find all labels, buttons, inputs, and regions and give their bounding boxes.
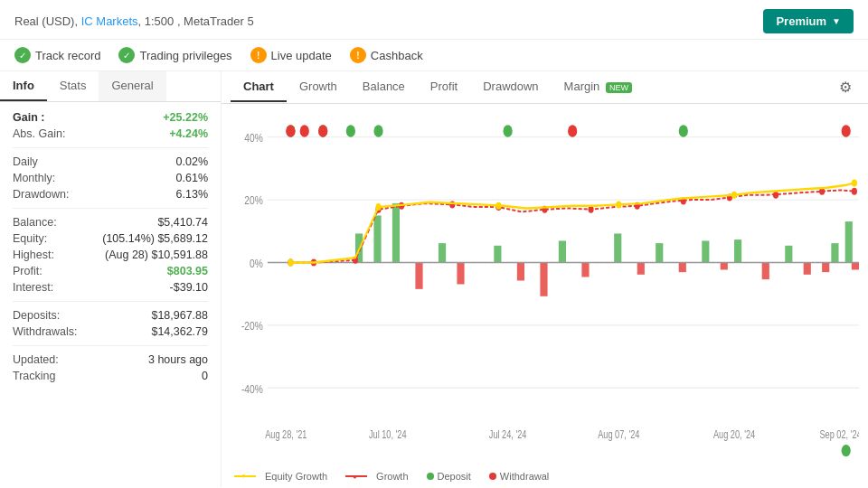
svg-rect-34 xyxy=(852,262,859,269)
svg-rect-25 xyxy=(517,262,524,280)
new-badge: NEW xyxy=(606,82,632,93)
withdrawals-label: Withdrawals: xyxy=(13,325,78,338)
badge-cashback: ! Cashback xyxy=(350,47,423,63)
profit-value: $803.95 xyxy=(167,265,208,277)
svg-rect-30 xyxy=(721,262,728,269)
tracking-row: Tracking 0 xyxy=(13,368,208,384)
premium-button[interactable]: Premium ▼ xyxy=(763,9,854,33)
monthly-row: Monthly: 0.61% xyxy=(13,170,208,186)
svg-rect-17 xyxy=(656,243,663,262)
chart-tab-margin[interactable]: Margin NEW xyxy=(552,72,645,102)
tab-info[interactable]: Info xyxy=(0,71,47,101)
left-tabs-row: Info Stats General xyxy=(0,71,221,102)
svg-point-68 xyxy=(842,125,851,136)
monthly-label: Monthly: xyxy=(13,172,55,184)
svg-rect-16 xyxy=(614,233,621,262)
svg-text:40%: 40% xyxy=(244,131,263,145)
daily-value: 0.02% xyxy=(176,155,208,168)
highest-row: Highest: (Aug 28) $10,591.88 xyxy=(13,247,208,263)
divider-2 xyxy=(13,208,208,209)
svg-rect-33 xyxy=(822,262,829,272)
legend-growth-label: Growth xyxy=(376,471,408,482)
chart-tab-chart[interactable]: Chart xyxy=(231,72,287,102)
check-icon-2: ✓ xyxy=(118,47,135,63)
equity-row: Equity: (105.14%) $5,689.12 xyxy=(13,230,208,247)
svg-point-66 xyxy=(318,125,327,136)
svg-point-61 xyxy=(504,125,513,136)
svg-rect-28 xyxy=(637,262,645,274)
abs-gain-label: Abs. Gain: xyxy=(13,127,65,140)
legend-row: ● Equity Growth ● Growth Deposit Withdra… xyxy=(222,467,868,487)
balance-label: Balance: xyxy=(13,216,57,229)
chart-tab-growth[interactable]: Growth xyxy=(287,72,350,102)
drawdown-label: Drawdown: xyxy=(13,188,70,201)
badges-bar: ✓ Track record ✓ Trading privileges ! Li… xyxy=(0,40,868,71)
svg-text:-20%: -20% xyxy=(241,319,263,333)
svg-rect-31 xyxy=(762,262,769,279)
equity-label: Equity: xyxy=(13,232,47,245)
svg-point-64 xyxy=(286,125,295,136)
divider-4 xyxy=(13,345,208,346)
updated-label: Updated: xyxy=(13,353,59,366)
svg-point-62 xyxy=(679,125,688,136)
premium-label: Premium xyxy=(776,14,826,28)
interest-row: Interest: -$39.10 xyxy=(13,279,208,296)
svg-text:Jul 24, '24: Jul 24, '24 xyxy=(489,428,527,440)
chart-tab-balance[interactable]: Balance xyxy=(350,72,418,102)
withdrawals-row: Withdrawals: $14,362.79 xyxy=(13,324,208,340)
badge-trading-privileges: ✓ Trading privileges xyxy=(118,47,231,63)
tab-stats[interactable]: Stats xyxy=(47,71,99,101)
deposit-dot xyxy=(427,473,434,480)
svg-text:Aug 20, '24: Aug 20, '24 xyxy=(713,428,755,440)
highest-label: Highest: xyxy=(13,249,54,261)
svg-rect-13 xyxy=(439,243,446,262)
chart-tab-drawdown[interactable]: Drawdown xyxy=(470,72,551,102)
filter-icon[interactable]: ⚙ xyxy=(832,71,859,103)
drawdown-row: Drawdown: 6.13% xyxy=(13,186,208,202)
svg-rect-32 xyxy=(804,262,811,274)
cashback-label: Cashback xyxy=(371,49,423,62)
updated-value: 3 hours ago xyxy=(148,353,208,366)
svg-rect-15 xyxy=(559,240,566,262)
ic-markets-link[interactable]: IC Markets xyxy=(81,14,138,28)
abs-gain-value: +4.24% xyxy=(169,127,208,140)
svg-rect-24 xyxy=(457,262,464,284)
divider-3 xyxy=(13,301,208,302)
svg-text:Aug 28, '21: Aug 28, '21 xyxy=(265,428,307,440)
svg-rect-20 xyxy=(785,246,792,263)
svg-point-52 xyxy=(375,203,381,211)
svg-text:0%: 0% xyxy=(250,256,263,270)
tracking-label: Tracking xyxy=(13,370,55,382)
svg-point-63 xyxy=(842,445,851,456)
legend-equity-label: Equity Growth xyxy=(265,471,327,482)
svg-text:Jul 10, '24: Jul 10, '24 xyxy=(369,428,407,440)
svg-point-56 xyxy=(852,179,857,186)
chart-area: 40% 20% 0% -20% -40% xyxy=(222,104,868,467)
chart-tab-profit[interactable]: Profit xyxy=(418,72,470,102)
updated-row: Updated: 3 hours ago xyxy=(13,352,208,368)
svg-point-51 xyxy=(288,258,293,266)
left-panel: Info Stats General Gain : +25.22% Abs. G… xyxy=(0,71,222,487)
gain-value: +25.22% xyxy=(163,111,208,124)
gain-label: Gain : xyxy=(13,111,44,124)
tab-general[interactable]: General xyxy=(99,71,165,101)
svg-rect-18 xyxy=(702,240,709,262)
svg-rect-29 xyxy=(679,262,686,272)
track-record-label: Track record xyxy=(35,49,100,62)
svg-rect-14 xyxy=(494,246,501,263)
chart-tabs-row: Chart Growth Balance Profit Drawdown Mar… xyxy=(222,71,868,104)
check-icon: ✓ xyxy=(14,47,31,63)
profit-row: Profit: $803.95 xyxy=(13,263,208,279)
balance-value: $5,410.74 xyxy=(157,216,208,229)
divider-1 xyxy=(13,147,208,148)
svg-point-48 xyxy=(773,192,778,199)
drawdown-value: 6.13% xyxy=(176,188,208,201)
live-update-label: Live update xyxy=(271,49,332,62)
svg-rect-22 xyxy=(845,221,853,262)
main-content: Info Stats General Gain : +25.22% Abs. G… xyxy=(0,71,868,487)
svg-rect-12 xyxy=(392,203,400,262)
legend-equity-growth: ● Equity Growth xyxy=(234,471,327,482)
account-info: Real (USD), IC Markets, 1:500 , MetaTrad… xyxy=(14,14,254,28)
profit-label: Profit: xyxy=(13,265,42,277)
chart-svg: 40% 20% 0% -20% -40% xyxy=(231,113,859,463)
